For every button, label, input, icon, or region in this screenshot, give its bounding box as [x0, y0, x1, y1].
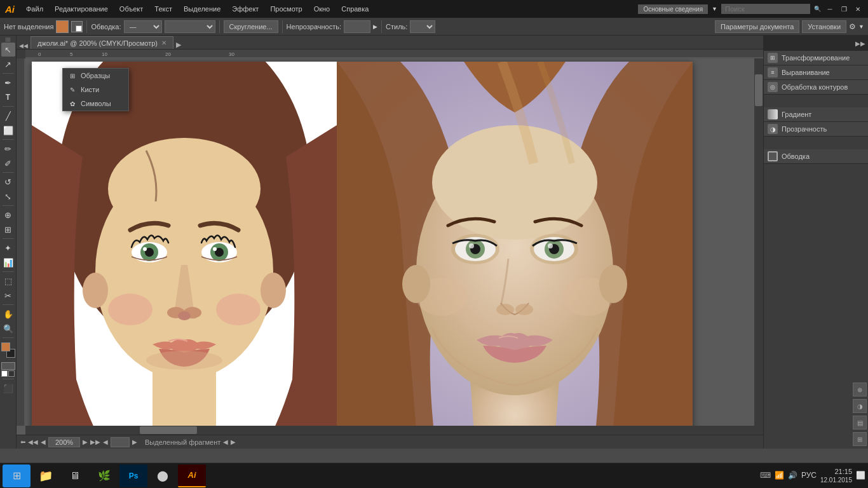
- tool-warp[interactable]: ⊕: [1, 208, 15, 222]
- right-panel-collapse-btn[interactable]: ▶▶: [855, 40, 865, 47]
- color-mode-color[interactable]: [1, 362, 15, 370]
- tool-rotate[interactable]: ↺: [1, 175, 15, 189]
- explorer-button[interactable]: 📁: [32, 464, 60, 487]
- artwork-area[interactable]: [32, 62, 693, 426]
- align-panel-header[interactable]: ≡ Выравнивание: [764, 65, 868, 79]
- menu-edit[interactable]: Редактирование: [50, 4, 113, 14]
- essentials-label[interactable]: Основные сведения: [638, 4, 708, 14]
- swatches-item[interactable]: ⊞ Образцы: [63, 69, 128, 83]
- notifications-icon[interactable]: ⬜: [856, 471, 865, 480]
- mode-white[interactable]: [1, 370, 8, 377]
- menu-view[interactable]: Просмотр: [265, 4, 307, 14]
- fill-color-swatch[interactable]: [56, 20, 69, 33]
- menu-select[interactable]: Выделение: [179, 4, 226, 14]
- stroke-color-swatch[interactable]: [71, 21, 83, 32]
- tool-symbol-sprayer[interactable]: ✦: [1, 241, 15, 255]
- tool-scale[interactable]: ⤡: [1, 189, 15, 203]
- tool-zoom[interactable]: 🔍: [1, 322, 15, 336]
- tool-hand[interactable]: ✋: [1, 307, 15, 321]
- brushes-item[interactable]: ✎ Кисти: [63, 83, 128, 97]
- green-app-button[interactable]: 🌿: [90, 464, 118, 487]
- symbols-item[interactable]: ✿ Символы: [63, 97, 128, 111]
- stroke-select[interactable]: —: [124, 20, 162, 33]
- tool-pen[interactable]: ✒: [1, 76, 15, 90]
- transform-panel-header[interactable]: ⊞ Трансформирование: [764, 51, 868, 65]
- svg-point-26: [146, 351, 222, 370]
- collapse-left-btn[interactable]: ◀◀: [19, 43, 28, 49]
- volume-icon: 🔊: [788, 471, 797, 480]
- doc-params-button[interactable]: Параметры документа: [715, 20, 799, 33]
- tool-pencil[interactable]: ✐: [1, 156, 15, 170]
- svg-point-13: [83, 273, 108, 308]
- status-arrow-right[interactable]: ▶: [231, 438, 236, 445]
- gradient-panel-header[interactable]: Градиент: [764, 107, 868, 121]
- fill-color-box[interactable]: [1, 342, 10, 351]
- menu-effect[interactable]: Эффект: [227, 4, 264, 14]
- tool-line[interactable]: ╱: [1, 109, 15, 123]
- canvas-viewport[interactable]: [25, 58, 754, 426]
- tool-paintbrush[interactable]: ✏: [1, 142, 15, 156]
- align-label: Выравнивание: [782, 69, 830, 76]
- side-icon-3[interactable]: ▤: [853, 416, 867, 430]
- ie-button[interactable]: 🖥: [61, 464, 89, 487]
- document-tab[interactable]: джоли.ai* @ 200% (CMYK/Просмотр) ✕: [31, 36, 173, 49]
- tool-screen-mode[interactable]: ⬛: [1, 381, 15, 395]
- tool-column-graph[interactable]: 📊: [1, 255, 15, 269]
- search-input[interactable]: [721, 4, 810, 14]
- nav-prev2-btn[interactable]: ◀: [41, 438, 46, 445]
- doc-tab-close[interactable]: ✕: [161, 39, 166, 46]
- vertical-scrollbar-thumb[interactable]: [755, 74, 763, 106]
- round-corners-button[interactable]: Скругление...: [224, 20, 278, 33]
- menu-object[interactable]: Объект: [114, 4, 148, 14]
- tool-selection[interactable]: ↖: [1, 43, 15, 57]
- tool-artboard[interactable]: ⬚: [1, 274, 15, 288]
- chrome-button[interactable]: ⬤: [149, 464, 177, 487]
- tool-slice[interactable]: ✂: [1, 288, 15, 302]
- opacity-input[interactable]: 100%: [344, 20, 370, 33]
- horizontal-scrollbar[interactable]: [25, 426, 754, 435]
- stroke-style-select[interactable]: [165, 20, 215, 33]
- swap-colors-icon[interactable]: [11, 354, 17, 359]
- symbols-label: Символы: [81, 100, 111, 107]
- doc-tab-title: джоли.ai* @ 200% (CMYK/Просмотр): [37, 39, 158, 47]
- nav-first-btn[interactable]: ◀◀: [28, 438, 38, 445]
- nav-arrow-left[interactable]: ◀: [103, 438, 108, 445]
- menu-text[interactable]: Текст: [149, 4, 177, 14]
- window-restore-button[interactable]: ❐: [839, 4, 849, 14]
- menu-file[interactable]: Файл: [21, 4, 48, 14]
- start-button[interactable]: ⊞: [3, 464, 31, 487]
- new-tab-btn[interactable]: ▶: [176, 41, 181, 49]
- nav-prev-btn[interactable]: ⬅: [20, 438, 25, 445]
- side-icon-2[interactable]: ◑: [853, 399, 867, 413]
- nav-next-btn[interactable]: ▶: [83, 438, 88, 445]
- menu-help[interactable]: Справка: [336, 4, 374, 14]
- nav-next2-btn[interactable]: ▶▶: [90, 438, 100, 445]
- tool-direct-selection[interactable]: ↗: [1, 57, 15, 71]
- window-minimize-button[interactable]: ─: [825, 4, 835, 14]
- opacity-arrow-right[interactable]: ▶: [373, 24, 377, 30]
- nav-arrow-right[interactable]: ▶: [132, 438, 137, 445]
- window-close-button[interactable]: ✕: [853, 4, 863, 14]
- svg-text:5: 5: [70, 51, 73, 57]
- side-icon-4[interactable]: ⊞: [853, 432, 867, 446]
- page-input[interactable]: 1: [111, 437, 130, 447]
- tool-rect[interactable]: ⬜: [1, 123, 15, 137]
- zoom-input[interactable]: 200%: [48, 437, 80, 447]
- stroke-panel-header[interactable]: Обводка: [764, 149, 868, 163]
- settings-button[interactable]: Установки: [802, 20, 846, 33]
- vertical-scrollbar[interactable]: [754, 58, 763, 426]
- canvas-area[interactable]: ⊞ Образцы ✎ Кисти ✿ Символы: [17, 58, 763, 435]
- pathfinder-panel-header[interactable]: ◎ Обработка контуров: [764, 80, 868, 94]
- status-arrow-left[interactable]: ◀: [223, 438, 228, 445]
- menu-window[interactable]: Окно: [309, 4, 336, 14]
- mode-black[interactable]: [8, 370, 15, 377]
- side-icon-1[interactable]: ⊕: [853, 383, 867, 396]
- language-indicator[interactable]: РУС: [801, 471, 817, 480]
- style-select[interactable]: [410, 20, 435, 33]
- photoshop-button[interactable]: Ps: [119, 464, 147, 487]
- illustrator-active-button[interactable]: Ai: [178, 464, 206, 487]
- transparency-panel-header[interactable]: ◑ Прозрачность: [764, 122, 868, 136]
- tool-type[interactable]: T: [1, 90, 15, 104]
- horizontal-scrollbar-thumb[interactable]: [140, 426, 197, 434]
- tool-free-transform[interactable]: ⊞: [1, 222, 15, 236]
